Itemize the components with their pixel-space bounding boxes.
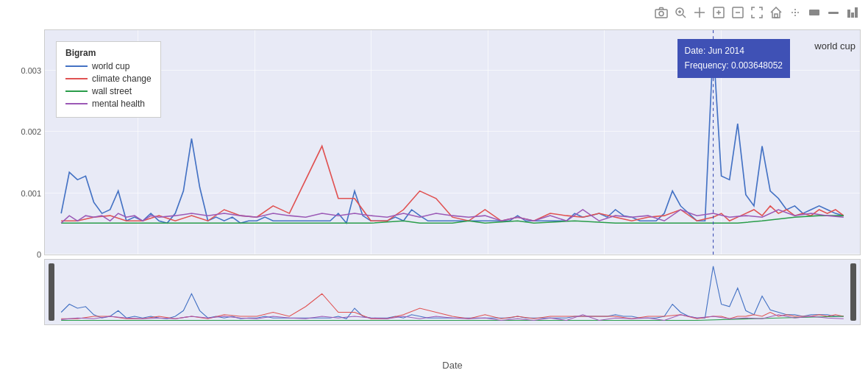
line-select-icon[interactable]	[825, 4, 842, 21]
wall-street-legend-label: wall street	[92, 86, 132, 96]
camera-icon[interactable]	[653, 4, 669, 21]
home-icon[interactable]	[768, 4, 784, 21]
legend-item-wall-street: wall street	[65, 86, 152, 96]
tooltip-frequency: Frequency: 0.003648052	[685, 58, 783, 73]
legend: Bigram world cup climate change wall str…	[56, 41, 161, 118]
svg-rect-17	[828, 12, 839, 14]
legend-item-climate-change: climate change	[65, 74, 152, 84]
tooltip-box: Date: Jun 2014 Frequency: 0.003648052	[677, 39, 790, 78]
mental-health-legend-color	[65, 103, 88, 104]
crosshair-icon[interactable]	[691, 4, 708, 21]
wall-street-legend-color	[65, 90, 88, 92]
zoom-icon[interactable]	[672, 4, 689, 21]
svg-rect-13	[775, 14, 778, 18]
zoom-out-icon[interactable]	[730, 4, 746, 21]
zoom-in-icon[interactable]	[711, 4, 727, 21]
world-cup-legend-label: world cup	[92, 61, 129, 71]
svg-rect-0	[655, 10, 667, 18]
tooltip-series-label: world cup	[814, 40, 855, 51]
chart-container: Normalized Frequency 0 0.001 0.002 0.003…	[44, 29, 861, 340]
y-tick-0: 0	[37, 250, 45, 259]
legend-title: Bigram	[65, 48, 152, 58]
mini-chart-svg	[45, 260, 860, 324]
y-tick-3: 0.003	[21, 66, 45, 75]
legend-item-world-cup: world cup	[65, 61, 152, 71]
svg-rect-20	[855, 7, 858, 18]
climate-change-line	[61, 146, 844, 221]
mini-world-cup-line	[61, 266, 844, 319]
toolbar	[653, 4, 861, 21]
svg-point-1	[659, 12, 664, 16]
bar-chart-icon[interactable]	[844, 4, 861, 21]
spike-icon[interactable]	[787, 4, 803, 21]
x-axis-label: Date	[442, 360, 462, 371]
mini-chart[interactable]	[44, 259, 861, 325]
svg-rect-18	[847, 10, 850, 18]
y-tick-1: 0.001	[21, 189, 45, 198]
svg-rect-16	[809, 10, 819, 15]
tooltip-date: Date: Jun 2014	[685, 43, 783, 58]
climate-change-legend-label: climate change	[92, 74, 152, 84]
world-cup-legend-color	[65, 65, 88, 67]
climate-change-legend-color	[65, 78, 88, 79]
y-tick-2: 0.002	[21, 127, 45, 136]
svg-rect-19	[851, 13, 854, 18]
mental-health-legend-label: mental health	[92, 99, 145, 109]
mini-climate-change-line	[61, 294, 844, 319]
select-icon[interactable]	[806, 4, 822, 21]
fit-icon[interactable]	[749, 4, 765, 21]
svg-line-3	[683, 15, 686, 18]
legend-item-mental-health: mental health	[65, 99, 152, 109]
main-chart[interactable]: 0 0.001 0.002 0.003 2004 2006 2008 2010 …	[44, 29, 861, 255]
